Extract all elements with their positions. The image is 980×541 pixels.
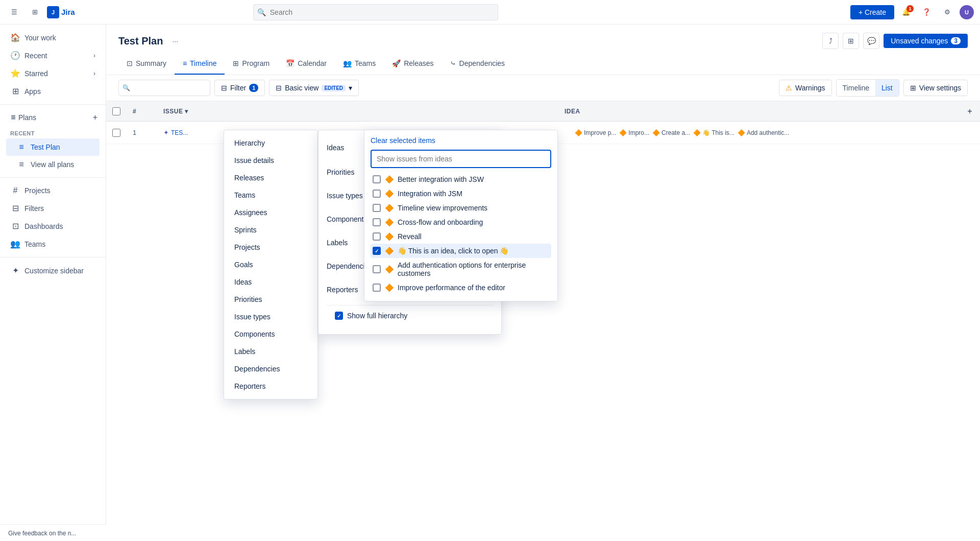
filter-button[interactable]: ⊟ Filter 1 (214, 80, 265, 96)
filter-side-hierarchy[interactable]: Hierarchy (224, 134, 317, 152)
tab-releases[interactable]: 🚀 Releases (384, 53, 442, 75)
starred-icon: ⭐ (10, 68, 20, 78)
timeline-toggle-button[interactable]: Timeline (837, 80, 875, 96)
tab-summary[interactable]: ⊡ Summary (118, 53, 175, 75)
warning-icon: ⚠ (786, 84, 792, 92)
jira-logo[interactable]: J Jira (47, 6, 75, 18)
ideas-item-perf[interactable]: 🔶 Improve performance of the editor (371, 280, 551, 295)
ideas-item-auth[interactable]: 🔶 Add authentication options for enterpr… (371, 258, 551, 280)
ideas-item-this-idea[interactable]: ✓ 🔶 👋 This is an idea, click to open 👋 (371, 244, 551, 258)
show-full-hierarchy-checkbox[interactable]: ✓ (335, 312, 343, 320)
filter-side-labels[interactable]: Labels (224, 343, 317, 360)
ideas-item-text-perf: Improve performance of the editor (398, 284, 505, 292)
sidebar-item-recent[interactable]: 🕐 Recent › (2, 46, 104, 64)
idea-label-4: 👋 This is... (702, 129, 734, 136)
ideas-checkbox-reveal[interactable] (373, 232, 381, 241)
ideas-checkbox-jsm[interactable] (373, 190, 381, 198)
sidebar-item-projects[interactable]: # Projects (2, 182, 104, 199)
ideas-item-icon-crossflow: 🔶 (385, 218, 394, 226)
avatar[interactable]: U (960, 5, 974, 19)
filter-side-goals[interactable]: Goals (224, 256, 317, 273)
row-checkbox[interactable] (112, 129, 120, 137)
tab-program[interactable]: ⊞ Program (225, 53, 278, 75)
issue-link[interactable]: TES... (171, 129, 188, 136)
ideas-item-icon-jsw: 🔶 (385, 175, 394, 183)
ideas-checkbox-crossflow[interactable] (373, 218, 381, 226)
tab-calendar[interactable]: 📅 Calendar (278, 53, 335, 75)
list-toggle-button[interactable]: List (875, 80, 899, 96)
sidebar-your-work-label: Your work (24, 34, 56, 42)
page-more-options-button[interactable]: ··· (167, 33, 183, 49)
sidebar-item-test-plan[interactable]: ≡ Test Plan (6, 138, 100, 156)
settings-button[interactable]: ⚙ (939, 4, 955, 20)
ideas-item-reveal[interactable]: 🔶 Reveall (371, 229, 551, 244)
sidebar-item-your-work[interactable]: 🏠 Your work (2, 29, 104, 46)
filter-side-assignees[interactable]: Assignees (224, 204, 317, 221)
share-button[interactable]: ⤴ (822, 33, 839, 49)
unsaved-changes-button[interactable]: Unsaved changes 3 (884, 34, 968, 48)
ideas-item-jsw[interactable]: 🔶 Better integration with JSW (371, 172, 551, 186)
ideas-checkbox-perf[interactable] (373, 284, 381, 292)
sidebar-item-customize[interactable]: ✦ Customize sidebar (2, 262, 104, 279)
table-header-row: # Issue ▾ Idea + (106, 101, 980, 122)
filter-side-priorities[interactable]: Priorities (224, 291, 317, 308)
sidebar-item-filters[interactable]: ⊟ Filters (2, 199, 104, 217)
tab-teams[interactable]: 👥 Teams (335, 53, 384, 75)
filter-side-components[interactable]: Components (224, 325, 317, 343)
ideas-checkbox-timeline[interactable] (373, 204, 381, 212)
tab-timeline[interactable]: ≡ Timeline (175, 53, 225, 75)
ideas-item-timeline[interactable]: 🔶 Timeline view improvements (371, 201, 551, 215)
sidebar-item-teams[interactable]: 👥 Teams (2, 235, 104, 253)
tab-dependencies[interactable]: ⤷ Dependencies (442, 53, 513, 75)
notifications-button[interactable]: 🔔 1 (898, 4, 915, 20)
ideas-checkbox-this-idea[interactable]: ✓ (373, 247, 381, 255)
view-button[interactable]: ⊟ Basic view EDITED ▾ (269, 80, 359, 96)
ideas-item-crossflow[interactable]: 🔶 Cross-flow and onboarding (371, 215, 551, 229)
ideas-checkbox-jsw[interactable] (373, 175, 381, 183)
warnings-button[interactable]: ⚠ Warnings (779, 80, 832, 96)
warnings-label: Warnings (795, 84, 825, 92)
filter-search-input[interactable] (118, 80, 210, 96)
select-all-checkbox[interactable] (112, 107, 120, 115)
ideas-search-input[interactable] (371, 150, 551, 168)
clear-selected-items-link[interactable]: Clear selected items (371, 136, 551, 145)
plans-add-icon[interactable]: + (93, 113, 97, 122)
view-grid-button[interactable]: ⊞ (843, 33, 859, 49)
hamburger-menu-button[interactable]: ☰ (6, 4, 22, 20)
filter-side-reporters[interactable]: Reporters (224, 378, 317, 395)
filter-side-issue-details[interactable]: Issue details (224, 152, 317, 169)
th-checkbox (106, 107, 127, 115)
issue-col-chevron-icon: ▾ (185, 108, 188, 115)
sidebar-item-dashboards[interactable]: ⊡ Dashboards (2, 217, 104, 235)
ideas-list: 🔶 Better integration with JSW 🔶 Integrat… (371, 172, 551, 295)
comment-button[interactable]: 💬 (863, 33, 879, 49)
create-button[interactable]: + Create (850, 5, 894, 19)
filter-side-projects[interactable]: Projects (224, 239, 317, 256)
help-button[interactable]: ❓ (919, 4, 935, 20)
filter-side-teams[interactable]: Teams (224, 186, 317, 204)
ideas-checkbox-auth[interactable] (373, 265, 381, 273)
apps-grid-button[interactable]: ⊞ (27, 4, 43, 20)
add-col-icon[interactable]: + (967, 107, 972, 116)
ideas-item-text-auth: Add authentication options for enterpris… (398, 261, 549, 277)
ideas-item-jsm[interactable]: 🔶 Integration with JSM (371, 186, 551, 201)
filter-side-sprints[interactable]: Sprints (224, 221, 317, 239)
filter-side-releases[interactable]: Releases (224, 169, 317, 186)
sidebar-item-apps[interactable]: ⊞ Apps (2, 82, 104, 100)
tab-releases-label: Releases (404, 59, 433, 67)
sidebar-plans-header[interactable]: ≡ Plans + (0, 109, 106, 126)
filter-side-issue-types[interactable]: Issue types (224, 308, 317, 325)
unsaved-changes-count: 3 (951, 37, 961, 44)
ideas-item-text-reveal: Reveall (398, 232, 422, 241)
page-actions: ⤴ ⊞ 💬 Unsaved changes 3 (822, 33, 968, 49)
filter-side-ideas[interactable]: Ideas (224, 273, 317, 291)
view-settings-icon: ⊞ (910, 84, 916, 92)
sidebar-item-view-all-plans[interactable]: ≡ View all plans (6, 156, 100, 173)
tab-program-label: Program (242, 59, 270, 67)
filter-side-dependencies[interactable]: Dependencies (224, 360, 317, 378)
search-input[interactable] (253, 4, 498, 20)
ideas-item-text-crossflow: Cross-flow and onboarding (398, 218, 483, 226)
view-settings-button[interactable]: ⊞ View settings (903, 80, 968, 96)
sidebar-feedback[interactable]: Give feedback on the n... (0, 524, 106, 541)
sidebar-item-starred[interactable]: ⭐ Starred › (2, 64, 104, 82)
